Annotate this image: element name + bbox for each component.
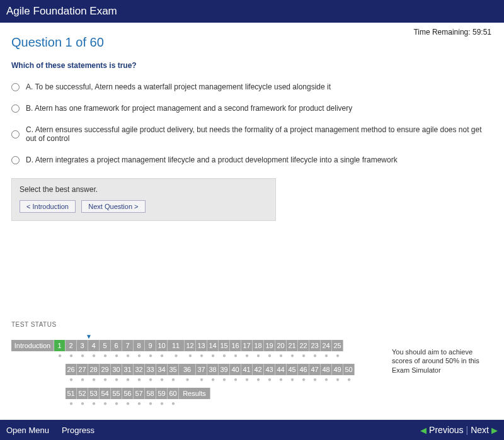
- previous-button[interactable]: Previous: [429, 425, 463, 435]
- question-cell-33[interactable]: 33: [145, 364, 156, 375]
- question-cell-4[interactable]: 4: [88, 340, 100, 351]
- prev-question-button[interactable]: < Introduction: [20, 200, 76, 213]
- question-cell-32[interactable]: 32: [134, 364, 145, 375]
- question-cell-60[interactable]: 60: [168, 388, 179, 399]
- question-cell-44[interactable]: 44: [275, 364, 287, 375]
- time-remaining: Time Remaining: 59:51: [413, 28, 491, 37]
- open-menu-button[interactable]: Open Menu: [6, 426, 49, 435]
- question-cell-14[interactable]: 14: [207, 340, 219, 351]
- status-dot: ●: [287, 353, 298, 359]
- status-dot: ●: [185, 353, 196, 359]
- question-cell-46[interactable]: 46: [298, 364, 309, 375]
- question-cell-15[interactable]: 15: [219, 340, 230, 351]
- answer-option-d[interactable]: D. Atern integrates a project management…: [11, 155, 493, 164]
- question-cell-39[interactable]: 39: [219, 364, 230, 375]
- question-cell-25[interactable]: 25: [332, 340, 343, 351]
- question-cell-6[interactable]: 6: [111, 340, 122, 351]
- question-cell-10[interactable]: 10: [156, 340, 168, 351]
- question-cell-42[interactable]: 42: [253, 364, 264, 375]
- question-cell-16[interactable]: 16: [230, 340, 241, 351]
- question-cell-55[interactable]: 55: [111, 388, 122, 399]
- footer-separator: |: [466, 425, 469, 435]
- question-cell-49[interactable]: 49: [332, 364, 343, 375]
- answer-option-b[interactable]: B. Atern has one framework for project m…: [11, 104, 493, 113]
- next-button[interactable]: Next: [471, 425, 489, 435]
- question-cell-50[interactable]: 50: [343, 364, 355, 375]
- answer-radio-a[interactable]: [11, 83, 20, 91]
- question-cell-40[interactable]: 40: [230, 364, 241, 375]
- question-cell-17[interactable]: 17: [241, 340, 253, 351]
- progress-button[interactable]: Progress: [62, 426, 94, 435]
- question-cell-52[interactable]: 52: [77, 388, 88, 399]
- answer-radio-c[interactable]: [11, 130, 20, 138]
- status-dot: ●: [88, 353, 100, 359]
- question-cell-20[interactable]: 20: [275, 340, 287, 351]
- status-dot-row: ●●●●●●●●●●●●●●●●●●●●●●●●●: [11, 376, 493, 383]
- question-cell-21[interactable]: 21: [287, 340, 298, 351]
- status-dot: ●: [134, 400, 145, 407]
- question-cell-8[interactable]: 8: [134, 340, 145, 351]
- status-dot: ●: [275, 353, 287, 359]
- current-marker-row: ▼: [84, 333, 493, 340]
- question-cell-58[interactable]: 58: [145, 388, 156, 399]
- question-cell-43[interactable]: 43: [264, 364, 275, 375]
- status-dot: ●: [168, 400, 179, 407]
- question-number: Question 1 of 60: [11, 35, 493, 50]
- question-cell-31[interactable]: 31: [122, 364, 134, 375]
- answer-option-a[interactable]: A. To be successful, Atern needs a water…: [11, 82, 493, 91]
- question-cell-23[interactable]: 23: [309, 340, 321, 351]
- status-dot: ●: [275, 376, 287, 383]
- question-cell-47[interactable]: 47: [309, 364, 321, 375]
- question-cell-19[interactable]: 19: [264, 340, 275, 351]
- question-cell-30[interactable]: 30: [111, 364, 122, 375]
- question-cell-5[interactable]: 5: [100, 340, 111, 351]
- question-cell-45[interactable]: 45: [287, 364, 298, 375]
- question-cell-12[interactable]: 12: [185, 340, 196, 351]
- question-cell-11[interactable]: 11: [168, 340, 185, 351]
- question-cell-37[interactable]: 37: [196, 364, 207, 375]
- question-cell-1[interactable]: 1: [54, 340, 66, 351]
- question-cell-27[interactable]: 27: [77, 364, 88, 375]
- status-dot: ●: [343, 376, 355, 383]
- intro-cell[interactable]: Introduction: [11, 340, 54, 351]
- answer-option-c[interactable]: C. Atern ensures successful agile produc…: [11, 125, 493, 143]
- status-dot: ●: [156, 400, 168, 407]
- results-cell[interactable]: Results: [179, 388, 210, 399]
- status-dot: ●: [168, 353, 185, 359]
- status-dot: ●: [111, 353, 122, 359]
- status-dot: ●: [321, 353, 332, 359]
- question-cell-48[interactable]: 48: [321, 364, 332, 375]
- question-cell-34[interactable]: 34: [156, 364, 168, 375]
- status-dot: ●: [207, 353, 219, 359]
- question-cell-9[interactable]: 9: [145, 340, 156, 351]
- question-cell-22[interactable]: 22: [298, 340, 309, 351]
- question-cell-57[interactable]: 57: [134, 388, 145, 399]
- instruction-text: Select the best answer.: [20, 185, 268, 194]
- question-cell-56[interactable]: 56: [122, 388, 134, 399]
- question-cell-24[interactable]: 24: [321, 340, 332, 351]
- question-cell-54[interactable]: 54: [100, 388, 111, 399]
- status-dot: ●: [54, 353, 66, 359]
- question-cell-51[interactable]: 51: [66, 388, 77, 399]
- answer-radio-b[interactable]: [11, 104, 20, 113]
- question-cell-41[interactable]: 41: [241, 364, 253, 375]
- question-cell-3[interactable]: 3: [77, 340, 88, 351]
- current-marker-icon: ▼: [86, 333, 97, 340]
- status-dot: ●: [241, 353, 253, 359]
- question-cell-7[interactable]: 7: [122, 340, 134, 351]
- question-cell-2[interactable]: 2: [66, 340, 77, 351]
- status-dot: ●: [196, 376, 207, 383]
- next-question-button[interactable]: Next Question >: [81, 200, 145, 213]
- question-cell-26[interactable]: 26: [66, 364, 77, 375]
- question-cell-18[interactable]: 18: [253, 340, 264, 351]
- question-cell-29[interactable]: 29: [100, 364, 111, 375]
- question-cell-36[interactable]: 36: [179, 364, 196, 375]
- footer-bar: Open Menu Progress ◀ Previous | Next ▶: [0, 420, 504, 440]
- question-cell-28[interactable]: 28: [88, 364, 100, 375]
- question-cell-35[interactable]: 35: [168, 364, 179, 375]
- answer-radio-d[interactable]: [11, 156, 20, 164]
- question-cell-38[interactable]: 38: [207, 364, 219, 375]
- question-cell-13[interactable]: 13: [196, 340, 207, 351]
- question-cell-59[interactable]: 59: [156, 388, 168, 399]
- question-cell-53[interactable]: 53: [88, 388, 100, 399]
